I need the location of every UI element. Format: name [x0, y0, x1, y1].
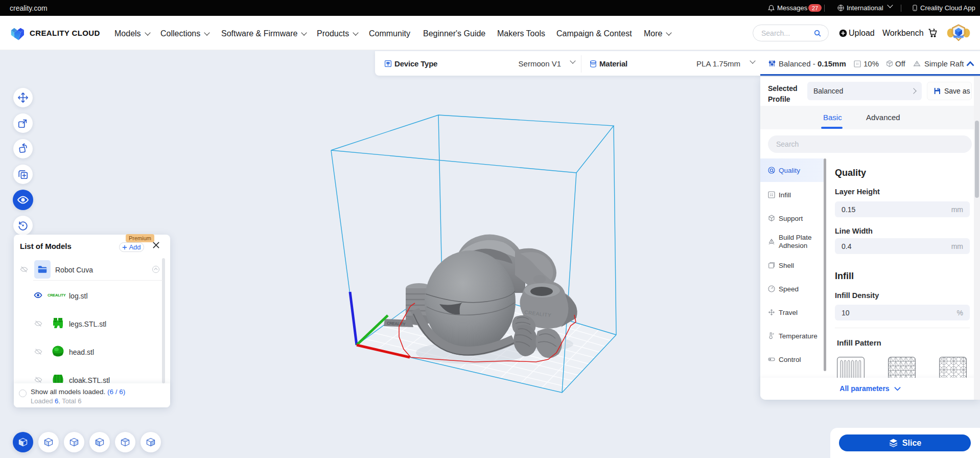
svg-text:CONTENT: CONTENT [953, 36, 964, 38]
svg-text:CREALITY: CREALITY [48, 293, 66, 297]
